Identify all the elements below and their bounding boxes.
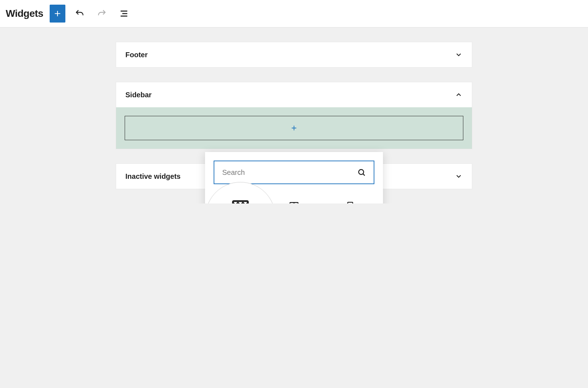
list-view-icon xyxy=(119,9,129,19)
widget-area-sidebar-header[interactable]: Sidebar xyxy=(116,82,472,107)
chevron-down-icon xyxy=(455,172,463,180)
svg-line-1 xyxy=(363,174,365,176)
plus-icon xyxy=(53,9,62,18)
widget-area-inactive-title: Inactive widgets xyxy=(125,172,181,181)
widget-area-sidebar-title: Sidebar xyxy=(125,91,151,99)
wpforms-icon xyxy=(230,198,250,203)
add-block-toggle-button[interactable] xyxy=(50,5,65,23)
add-block-button[interactable] xyxy=(125,116,463,140)
block-item-group[interactable]: Group xyxy=(322,190,377,203)
widget-area-sidebar-body xyxy=(116,107,472,149)
search-icon xyxy=(357,168,366,177)
inserter-search-wrap xyxy=(205,152,383,184)
search-input[interactable] xyxy=(222,168,357,177)
redo-icon xyxy=(97,9,107,19)
block-item-columns[interactable]: Columns xyxy=(266,190,322,203)
chevron-down-icon xyxy=(455,51,463,59)
editor-toolbar: Widgets xyxy=(0,0,588,28)
plus-icon xyxy=(290,124,298,132)
svg-rect-15 xyxy=(233,201,248,203)
widget-area-footer-title: Footer xyxy=(125,51,148,59)
svg-point-0 xyxy=(359,170,364,175)
redo-button[interactable] xyxy=(94,5,110,23)
widget-areas-container: Footer Sidebar Inactive widgets xyxy=(116,42,472,189)
svg-rect-7 xyxy=(348,202,353,203)
inserter-search xyxy=(214,161,374,184)
widget-area-footer: Footer xyxy=(116,42,472,68)
list-view-button[interactable] xyxy=(116,5,132,23)
columns-icon xyxy=(289,199,299,203)
widget-area-sidebar: Sidebar xyxy=(116,82,472,149)
undo-button[interactable] xyxy=(72,5,88,23)
page-title: Widgets xyxy=(6,8,43,19)
group-icon xyxy=(344,199,354,203)
undo-icon xyxy=(75,9,85,19)
chevron-up-icon xyxy=(455,91,463,99)
widget-area-footer-header[interactable]: Footer xyxy=(116,42,472,67)
